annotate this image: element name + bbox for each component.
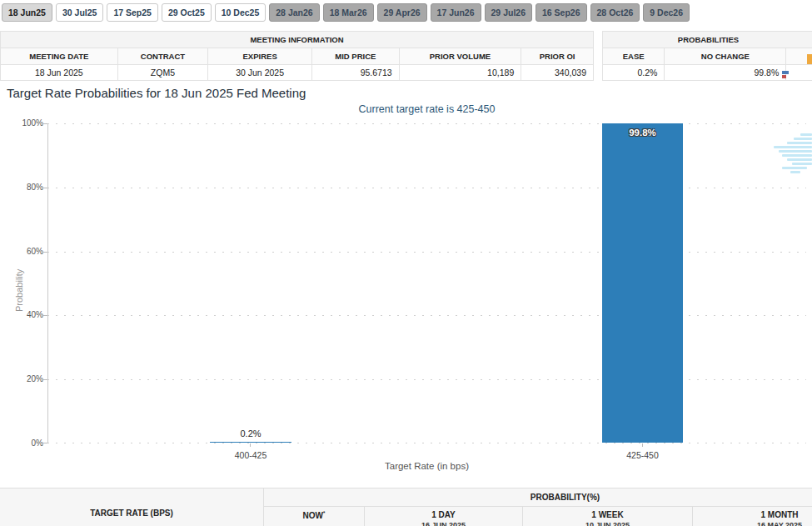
x-tick-400-425: 400-425 — [210, 450, 291, 460]
tab-10-dec25[interactable]: 10 Dec25 — [215, 3, 267, 22]
bar-value-label: 0.2% — [210, 428, 291, 438]
col-mid-price: MID PRICE — [312, 48, 400, 65]
prior-oi-value: 340,039 — [521, 65, 593, 80]
probability-history-table: TARGET RATE (BPS) PROBABILITY(%) NOW* 1 … — [0, 488, 812, 526]
tab-17-jun26[interactable]: 17 Jun26 — [431, 3, 481, 22]
col-prior-oi: PRIOR OI — [521, 48, 593, 65]
fedwatch-tool: 18 Jun25 30 Jul25 17 Sep25 29 Oct25 10 D… — [0, 0, 812, 526]
col-prior-volume: PRIOR VOLUME — [400, 48, 522, 65]
expires-value: 30 Jun 2025 — [208, 65, 312, 80]
y-axis-title: Probability — [14, 269, 24, 312]
cme-logo-watermark — [769, 133, 812, 173]
one-day-date: 16 JUN 2025 — [365, 521, 522, 526]
probabilities-header: PROBABILITIES — [603, 32, 812, 48]
tab-9-dec26[interactable]: 9 Dec26 — [643, 3, 690, 22]
y-tick-80: 80% — [12, 183, 43, 192]
col-contract: CONTRACT — [118, 48, 209, 65]
bar-425-450 — [602, 123, 683, 443]
meeting-information-table: MEETING INFORMATION MEETING DATE CONTRAC… — [0, 31, 594, 81]
y-tick-60: 60% — [12, 247, 43, 256]
meeting-tabbar: 18 Jun25 30 Jul25 17 Sep25 29 Oct25 10 D… — [2, 3, 690, 22]
col-1-day: 1 DAY 16 JUN 2025 — [365, 507, 523, 526]
tiny-chart-icon-sliver — [782, 71, 789, 78]
contract-value: ZQM5 — [118, 65, 209, 80]
chart-subtitle: Current target rate is 425-450 — [47, 103, 806, 115]
bar-value-label: 99.8% — [602, 128, 683, 138]
prior-volume-value: 10,189 — [400, 65, 522, 80]
tab-30-jul25[interactable]: 30 Jul25 — [56, 3, 103, 22]
x-tick-425-450: 425-450 — [602, 450, 683, 460]
tab-17-sep25[interactable]: 17 Sep25 — [107, 3, 158, 22]
now-label: NOW — [302, 511, 322, 520]
one-month-date: 16 MAY 2025 — [693, 521, 812, 526]
y-tick-100: 100% — [12, 118, 43, 128]
x-axis-title: Target Rate (in bps) — [47, 461, 806, 471]
col-ease: EASE — [603, 48, 665, 65]
y-tick-0: 0% — [12, 438, 43, 448]
tab-18-mar26[interactable]: 18 Mar26 — [323, 3, 374, 22]
tab-18-jun25[interactable]: 18 Jun25 — [2, 3, 52, 22]
probabilities-summary-table: PROBABILITIES EASE NO CHANGE 0.2% 99.8% — [602, 31, 812, 81]
meeting-date-value: 18 Jun 2025 — [1, 65, 118, 80]
col-1-month: 1 MONTH 16 MAY 2025 — [693, 507, 812, 526]
one-week-label: 1 WEEK — [591, 510, 623, 519]
col-1-week: 1 WEEK 10 JUN 2025 — [523, 507, 693, 526]
clipped-header-content — [807, 54, 812, 64]
page-title: Target Rate Probabilities for 18 Jun 202… — [7, 86, 306, 100]
tab-28-oct26[interactable]: 28 Oct26 — [590, 3, 640, 22]
one-week-date: 10 JUN 2025 — [523, 521, 692, 526]
x-tickmark — [250, 443, 251, 447]
tab-16-sep26[interactable]: 16 Sep26 — [536, 3, 587, 22]
one-day-label: 1 DAY — [431, 510, 456, 519]
probability-bar-chart: Probability 0.2% 99.8% 400-425 425-450 T… — [47, 123, 806, 443]
ease-value: 0.2% — [603, 65, 665, 80]
y-tick-20: 20% — [12, 374, 43, 383]
bar-column-400-425: 0.2% — [210, 123, 291, 443]
x-tickmark — [642, 443, 643, 447]
col-no-change: NO CHANGE — [665, 48, 786, 65]
clipped-column-value — [786, 65, 812, 80]
mid-price-value: 95.6713 — [312, 65, 400, 80]
target-rate-bps-header: TARGET RATE (BPS) — [0, 488, 264, 526]
tab-29-oct25[interactable]: 29 Oct25 — [162, 3, 212, 22]
meeting-information-row: 18 Jun 2025 ZQM5 30 Jun 2025 95.6713 10,… — [1, 65, 593, 80]
bar-column-425-450: 99.8% — [602, 123, 683, 443]
bar-400-425 — [210, 442, 291, 443]
tab-29-jul26[interactable]: 29 Jul26 — [485, 3, 532, 22]
col-meeting-date: MEETING DATE — [1, 48, 118, 65]
col-now: NOW* — [264, 507, 365, 526]
now-footnote-marker: * — [323, 510, 326, 516]
one-month-label: 1 MONTH — [761, 510, 799, 519]
tab-29-apr26[interactable]: 29 Apr26 — [377, 3, 427, 22]
tab-28-jan26[interactable]: 28 Jan26 — [269, 3, 319, 22]
meeting-information-header: MEETING INFORMATION — [1, 32, 593, 48]
probability-pct-header: PROBABILITY(%) — [264, 488, 812, 507]
col-expires: EXPIRES — [208, 48, 312, 65]
no-change-value: 99.8% — [665, 65, 786, 80]
y-axis-line — [47, 123, 48, 443]
